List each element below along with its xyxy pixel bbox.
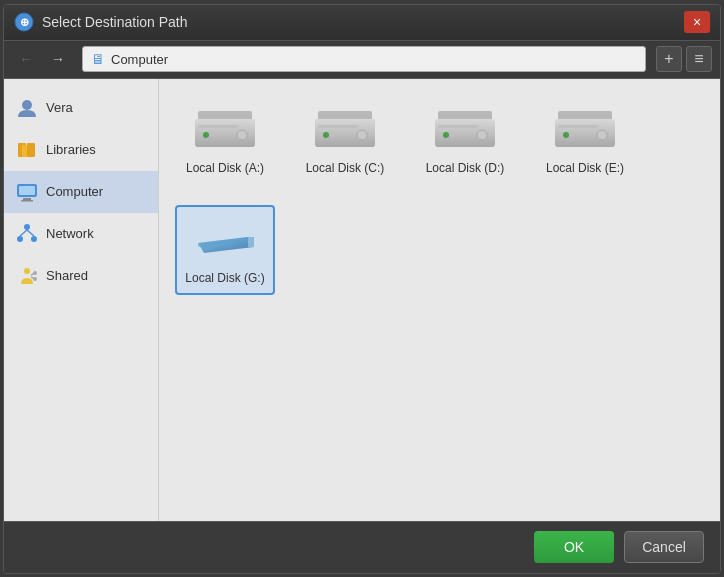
network-icon [16,223,38,245]
disk-item-d[interactable]: Local Disk (D:) [415,95,515,185]
cancel-button[interactable]: Cancel [624,531,704,563]
app-icon: ⊕ [14,12,34,32]
svg-point-11 [17,236,23,242]
disk-icon-d [430,105,500,153]
library-icon [16,139,38,161]
svg-point-35 [443,132,449,138]
svg-point-23 [203,132,209,138]
svg-rect-8 [23,198,31,200]
svg-point-29 [357,130,367,140]
svg-point-10 [24,224,30,230]
sidebar-item-network[interactable]: Network [4,213,158,255]
footer: OK Cancel [4,521,720,573]
svg-rect-28 [318,125,358,128]
disk-item-g[interactable]: Local Disk (G:) [175,205,275,295]
sidebar-label-computer: Computer [46,184,103,199]
computer-sidebar-icon [16,181,38,203]
disk-item-e[interactable]: Local Disk (E:) [535,95,635,185]
sidebar-item-libraries[interactable]: Libraries [4,129,158,171]
svg-rect-21 [198,125,238,128]
sidebar-item-computer[interactable]: Computer [4,171,158,213]
ok-button[interactable]: OK [534,531,614,563]
svg-line-14 [27,230,34,236]
disk-icon-a [190,105,260,153]
disk-label-a: Local Disk (A:) [186,161,264,175]
svg-point-22 [237,130,247,140]
dialog: ⊕ Select Destination Path × ← → 🖥 Comput… [3,4,721,574]
sidebar-label-network: Network [46,226,94,241]
view-toggle-button[interactable]: ≡ [686,46,712,72]
new-folder-button[interactable]: + [656,46,682,72]
svg-point-40 [563,132,569,138]
main-content: Local Disk (A:) [159,79,720,521]
svg-point-39 [597,130,607,140]
content-area: Vera Libraries [4,79,720,521]
disk-icon-c [310,105,380,153]
back-button[interactable]: ← [12,46,40,72]
title-bar: ⊕ Select Destination Path × [4,5,720,41]
svg-text:⊕: ⊕ [20,16,29,28]
disk-item-a[interactable]: Local Disk (A:) [175,95,275,185]
svg-point-16 [33,271,37,275]
sidebar-item-vera[interactable]: Vera [4,87,158,129]
forward-button[interactable]: → [44,46,72,72]
svg-point-30 [323,132,329,138]
sidebar-label-libraries: Libraries [46,142,96,157]
disk-icon-g [190,215,260,263]
svg-rect-9 [21,200,33,202]
svg-point-17 [33,277,37,281]
svg-point-12 [31,236,37,242]
disk-label-c: Local Disk (C:) [306,161,385,175]
user-icon [16,97,38,119]
svg-point-2 [22,100,32,110]
svg-point-15 [24,268,30,274]
svg-rect-33 [438,125,478,128]
dialog-title: Select Destination Path [42,14,684,30]
svg-rect-5 [27,143,35,157]
disk-label-e: Local Disk (E:) [546,161,624,175]
shared-icon [16,265,38,287]
address-text: Computer [111,52,168,67]
svg-marker-43 [248,237,254,247]
toolbar: ← → 🖥 Computer + ≡ [4,41,720,79]
svg-point-34 [477,130,487,140]
sidebar-label-vera: Vera [46,100,73,115]
disk-icon-e [550,105,620,153]
sidebar-item-shared[interactable]: Shared [4,255,158,297]
close-button[interactable]: × [684,11,710,33]
sidebar: Vera Libraries [4,79,159,521]
svg-line-13 [20,230,27,236]
disk-label-d: Local Disk (D:) [426,161,505,175]
svg-rect-38 [558,125,598,128]
svg-rect-7 [19,186,35,195]
disk-item-c[interactable]: Local Disk (C:) [295,95,395,185]
sidebar-label-shared: Shared [46,268,88,283]
computer-icon: 🖥 [91,51,105,67]
disk-label-g: Local Disk (G:) [185,271,264,285]
address-bar: 🖥 Computer [82,46,646,72]
